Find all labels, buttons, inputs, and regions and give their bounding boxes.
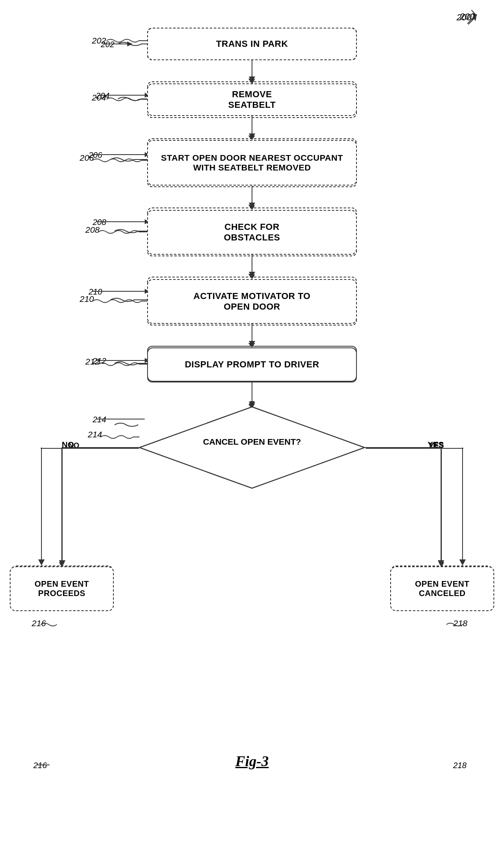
label-yes: YES — [428, 440, 444, 450]
ref-num-202: 202 — [92, 36, 106, 46]
arrow-no-h — [41, 448, 139, 449]
ref-num-206: 206 — [80, 153, 94, 163]
ref-num-216: 216 — [32, 618, 46, 628]
box-208: CHECK FOROBSTACLES — [147, 210, 357, 255]
svg-text:CANCEL OPEN EVENT?: CANCEL OPEN EVENT? — [203, 437, 301, 446]
arrow-212-214 — [252, 382, 252, 407]
box-210: ACTIVATE MOTIVATOR TOOPEN DOOR — [147, 279, 357, 324]
flowchart-diagram: 200 202 TRANS IN PARK 204 REMOVE SEATBEL… — [0, 0, 504, 843]
corner-ref-200: 200 — [460, 11, 475, 22]
ref-num-218: 218 — [453, 618, 467, 628]
arrow-no-v — [41, 448, 42, 561]
label-no: NO — [62, 440, 74, 450]
ref-218: 218 — [453, 761, 467, 770]
ref-num-210: 210 — [80, 294, 94, 304]
ref-num-208: 208 — [85, 225, 100, 235]
box-216: OPEN EVENTPROCEEDS — [10, 566, 114, 611]
arrow-yes-h — [366, 448, 463, 449]
svg-marker-42 — [139, 407, 365, 488]
arrow-yes-v — [462, 448, 463, 561]
ref-num-212: 212 — [85, 357, 100, 367]
ref-216: 216 — [33, 761, 47, 770]
box-206: START OPEN DOOR NEAREST OCCUPANTWITH SEA… — [147, 140, 357, 186]
box-202: TRANS IN PARK — [147, 28, 357, 60]
svg-marker-2 — [127, 41, 133, 46]
fig-title: Fig-3 — [235, 753, 269, 770]
box-218: OPEN EVENTCANCELED — [390, 566, 494, 611]
svg-marker-18 — [38, 559, 45, 566]
box-204: REMOVESEATBELT — [147, 83, 357, 116]
ref-num-214: 214 — [88, 430, 102, 439]
diamond-node-214: CANCEL OPEN EVENT? — [137, 405, 367, 490]
ref-214: 214 — [93, 415, 106, 424]
box-212: DISPLAY PROMPT TO DRIVER — [147, 347, 357, 382]
svg-marker-22 — [459, 559, 466, 566]
ref-num-204: 204 — [92, 93, 106, 103]
